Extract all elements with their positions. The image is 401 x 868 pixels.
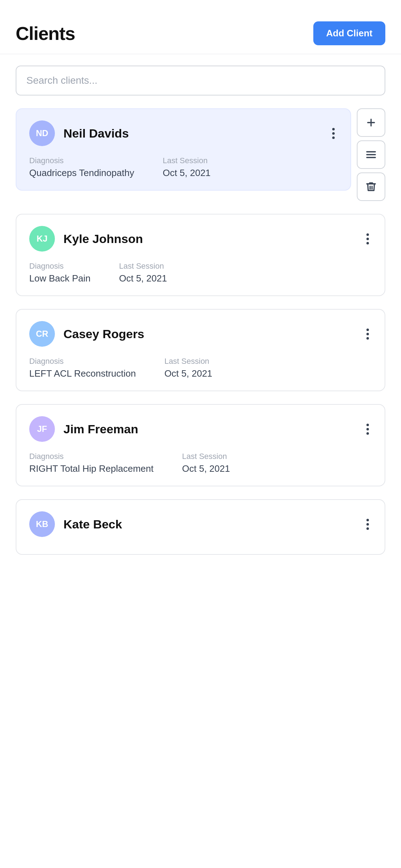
client-row[interactable]: KB Kate Beck xyxy=(16,499,385,555)
diagnosis-value: Quadriceps Tendinopathy xyxy=(29,167,134,179)
avatar-kb: KB xyxy=(29,511,55,537)
client-row[interactable]: ND Neil Davids Diagnosis Quadriceps Tend… xyxy=(16,108,385,201)
more-menu-button-nd[interactable] xyxy=(329,125,338,142)
session-value: Oct 5, 2021 xyxy=(119,273,167,284)
client-name-nd: Neil Davids xyxy=(63,126,129,140)
client-details: Diagnosis Quadriceps Tendinopathy Last S… xyxy=(29,156,338,179)
avatar-cr: CR xyxy=(29,321,55,347)
client-name-kb: Kate Beck xyxy=(63,517,122,531)
add-session-button[interactable] xyxy=(357,108,385,137)
client-card-kb[interactable]: KB Kate Beck xyxy=(16,499,385,555)
client-row[interactable]: CR Casey Rogers Diagnosis LEFT ACL Recon… xyxy=(16,309,385,391)
diagnosis-group: Diagnosis Quadriceps Tendinopathy xyxy=(29,156,134,179)
client-list: ND Neil Davids Diagnosis Quadriceps Tend… xyxy=(0,108,401,568)
more-dots-icon xyxy=(366,233,369,244)
search-input[interactable] xyxy=(16,66,385,95)
add-client-button[interactable]: Add Client xyxy=(313,21,385,45)
diagnosis-label: Diagnosis xyxy=(29,452,154,461)
diagnosis-label: Diagnosis xyxy=(29,262,91,271)
page-title: Clients xyxy=(16,23,75,44)
more-dots-icon xyxy=(366,329,369,340)
session-label: Last Session xyxy=(163,156,210,165)
client-info: KB Kate Beck xyxy=(29,511,122,537)
diagnosis-value: LEFT ACL Reconstruction xyxy=(29,368,136,379)
session-group: Last Session Oct 5, 2021 xyxy=(182,452,230,474)
client-name-cr: Casey Rogers xyxy=(63,327,144,341)
session-label: Last Session xyxy=(182,452,230,461)
session-value: Oct 5, 2021 xyxy=(163,167,210,179)
more-menu-button-jf[interactable] xyxy=(364,421,372,438)
client-card-kj[interactable]: KJ Kyle Johnson Diagnosis Low Back Pain … xyxy=(16,214,385,296)
more-menu-button-cr[interactable] xyxy=(364,326,372,342)
diagnosis-group: Diagnosis Low Back Pain xyxy=(29,262,91,284)
client-info: JF Jim Freeman xyxy=(29,416,138,442)
delete-client-button[interactable] xyxy=(357,172,385,201)
diagnosis-label: Diagnosis xyxy=(29,156,134,165)
client-card-jf[interactable]: JF Jim Freeman Diagnosis RIGHT Total Hip… xyxy=(16,404,385,486)
diagnosis-group: Diagnosis LEFT ACL Reconstruction xyxy=(29,357,136,379)
client-name-jf: Jim Freeman xyxy=(63,422,138,436)
client-row[interactable]: JF Jim Freeman Diagnosis RIGHT Total Hip… xyxy=(16,404,385,486)
client-card-cr[interactable]: CR Casey Rogers Diagnosis LEFT ACL Recon… xyxy=(16,309,385,391)
session-label: Last Session xyxy=(119,262,167,271)
client-name-kj: Kyle Johnson xyxy=(63,232,143,246)
diagnosis-label: Diagnosis xyxy=(29,357,136,366)
more-menu-button-kj[interactable] xyxy=(364,231,372,247)
action-buttons xyxy=(357,108,385,201)
header-divider xyxy=(0,54,401,54)
diagnosis-value: RIGHT Total Hip Replacement xyxy=(29,463,154,474)
client-details: Diagnosis LEFT ACL Reconstruction Last S… xyxy=(29,357,372,379)
client-details: Diagnosis Low Back Pain Last Session Oct… xyxy=(29,262,372,284)
avatar-kj: KJ xyxy=(29,226,55,252)
more-dots-icon xyxy=(366,519,369,530)
diagnosis-group: Diagnosis RIGHT Total Hip Replacement xyxy=(29,452,154,474)
client-details: Diagnosis RIGHT Total Hip Replacement La… xyxy=(29,452,372,474)
client-info: CR Casey Rogers xyxy=(29,321,144,347)
client-info: KJ Kyle Johnson xyxy=(29,226,143,252)
more-dots-icon xyxy=(366,424,369,435)
session-label: Last Session xyxy=(164,357,212,366)
client-row[interactable]: KJ Kyle Johnson Diagnosis Low Back Pain … xyxy=(16,214,385,296)
more-dots-icon xyxy=(332,128,335,139)
view-sessions-button[interactable] xyxy=(357,140,385,169)
avatar-nd: ND xyxy=(29,120,55,146)
session-group: Last Session Oct 5, 2021 xyxy=(163,156,210,179)
session-value: Oct 5, 2021 xyxy=(164,368,212,379)
session-group: Last Session Oct 5, 2021 xyxy=(164,357,212,379)
client-info: ND Neil Davids xyxy=(29,120,129,146)
session-value: Oct 5, 2021 xyxy=(182,463,230,474)
client-card-nd[interactable]: ND Neil Davids Diagnosis Quadriceps Tend… xyxy=(16,108,351,191)
more-menu-button-kb[interactable] xyxy=(364,516,372,533)
diagnosis-value: Low Back Pain xyxy=(29,273,91,284)
avatar-jf: JF xyxy=(29,416,55,442)
session-group: Last Session Oct 5, 2021 xyxy=(119,262,167,284)
